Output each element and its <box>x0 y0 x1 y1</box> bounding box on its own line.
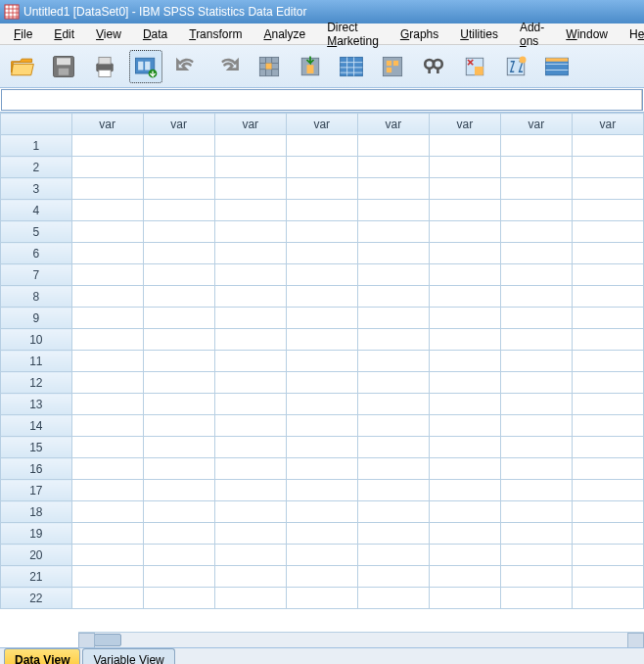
cell[interactable] <box>429 178 500 200</box>
cell[interactable] <box>429 200 500 221</box>
cell[interactable] <box>143 178 214 200</box>
cell[interactable] <box>429 286 500 308</box>
row-header[interactable]: 3 <box>1 178 72 200</box>
cell[interactable] <box>71 351 143 372</box>
menu-graphs[interactable]: Graphs <box>391 25 448 43</box>
cell[interactable] <box>500 501 572 523</box>
cell[interactable] <box>71 157 143 178</box>
cell[interactable] <box>71 286 143 308</box>
menu-utilities[interactable]: Utilities <box>450 25 508 43</box>
cell[interactable] <box>286 480 357 501</box>
column-header[interactable]: var <box>143 114 214 135</box>
column-header[interactable]: var <box>572 114 643 135</box>
cell[interactable] <box>572 566 643 588</box>
cell[interactable] <box>429 545 500 566</box>
formula-cell[interactable] <box>2 90 642 110</box>
cell[interactable] <box>214 501 286 523</box>
cell[interactable] <box>143 243 214 264</box>
cell[interactable] <box>572 286 643 308</box>
menu-analyze[interactable]: Analyze <box>253 25 315 43</box>
save-button[interactable] <box>47 50 80 83</box>
cell[interactable] <box>500 308 572 329</box>
cell[interactable] <box>286 458 357 480</box>
cell[interactable] <box>71 394 143 415</box>
cell[interactable] <box>429 415 500 437</box>
cell[interactable] <box>500 329 572 351</box>
cell[interactable] <box>572 243 643 264</box>
column-header[interactable]: var <box>500 114 572 135</box>
cell[interactable] <box>500 286 572 308</box>
cell[interactable] <box>143 286 214 308</box>
row-header[interactable]: 5 <box>1 221 72 243</box>
cell[interactable] <box>71 437 143 458</box>
row-header[interactable]: 16 <box>1 458 72 480</box>
column-header[interactable]: var <box>214 114 286 135</box>
cell[interactable] <box>214 372 286 394</box>
cell[interactable] <box>286 243 357 264</box>
cell[interactable] <box>572 415 643 437</box>
cell[interactable] <box>143 480 214 501</box>
cell[interactable] <box>500 415 572 437</box>
variables-button[interactable] <box>335 50 368 83</box>
row-header[interactable]: 4 <box>1 200 72 221</box>
cell[interactable] <box>71 480 143 501</box>
cell[interactable] <box>214 545 286 566</box>
cell[interactable] <box>500 372 572 394</box>
cell[interactable] <box>214 157 286 178</box>
goto-variable-button[interactable] <box>294 50 327 83</box>
row-header[interactable]: 11 <box>1 351 72 372</box>
cell[interactable] <box>143 415 214 437</box>
cell[interactable] <box>214 308 286 329</box>
column-header[interactable]: var <box>429 114 500 135</box>
cell[interactable] <box>500 264 572 286</box>
cell[interactable] <box>286 221 357 243</box>
cell[interactable] <box>286 415 357 437</box>
cell[interactable] <box>357 351 429 372</box>
cell[interactable] <box>71 243 143 264</box>
recall-dialog-button[interactable] <box>129 50 162 83</box>
cell[interactable] <box>286 372 357 394</box>
cell[interactable] <box>357 545 429 566</box>
cell[interactable] <box>429 523 500 545</box>
row-header[interactable]: 22 <box>1 588 72 609</box>
cell[interactable] <box>357 200 429 221</box>
cell[interactable] <box>429 329 500 351</box>
cell[interactable] <box>357 178 429 200</box>
menu-window[interactable]: Window <box>556 25 618 43</box>
cell[interactable] <box>572 329 643 351</box>
cell[interactable] <box>214 200 286 221</box>
cell[interactable] <box>572 135 643 157</box>
goto-case-button[interactable] <box>253 50 286 83</box>
open-button[interactable] <box>6 50 39 83</box>
menu-view[interactable]: View <box>86 25 131 43</box>
row-header[interactable]: 13 <box>1 394 72 415</box>
row-header[interactable]: 2 <box>1 157 72 178</box>
cell[interactable] <box>71 135 143 157</box>
cell[interactable] <box>286 588 357 609</box>
cell[interactable] <box>143 200 214 221</box>
cell[interactable] <box>214 135 286 157</box>
cell[interactable] <box>429 372 500 394</box>
menu-edit[interactable]: Edit <box>44 25 84 43</box>
menu-direct-marketing[interactable]: Direct Marketing <box>317 19 389 50</box>
row-header[interactable]: 8 <box>1 286 72 308</box>
row-header[interactable]: 20 <box>1 545 72 566</box>
cell[interactable] <box>500 135 572 157</box>
cell[interactable] <box>143 545 214 566</box>
cell[interactable] <box>143 566 214 588</box>
cell[interactable] <box>357 588 429 609</box>
cell[interactable] <box>357 308 429 329</box>
row-header[interactable]: 9 <box>1 308 72 329</box>
cell[interactable] <box>357 501 429 523</box>
column-header[interactable]: var <box>71 114 143 135</box>
cell[interactable] <box>572 200 643 221</box>
cell[interactable] <box>500 437 572 458</box>
cell[interactable] <box>357 566 429 588</box>
cell[interactable] <box>572 523 643 545</box>
cell[interactable] <box>143 394 214 415</box>
cell[interactable] <box>71 372 143 394</box>
row-header[interactable]: 19 <box>1 523 72 545</box>
data-grid[interactable]: varvarvarvarvarvarvarvar 123456789101112… <box>0 112 644 647</box>
cell[interactable] <box>214 437 286 458</box>
cell[interactable] <box>214 178 286 200</box>
